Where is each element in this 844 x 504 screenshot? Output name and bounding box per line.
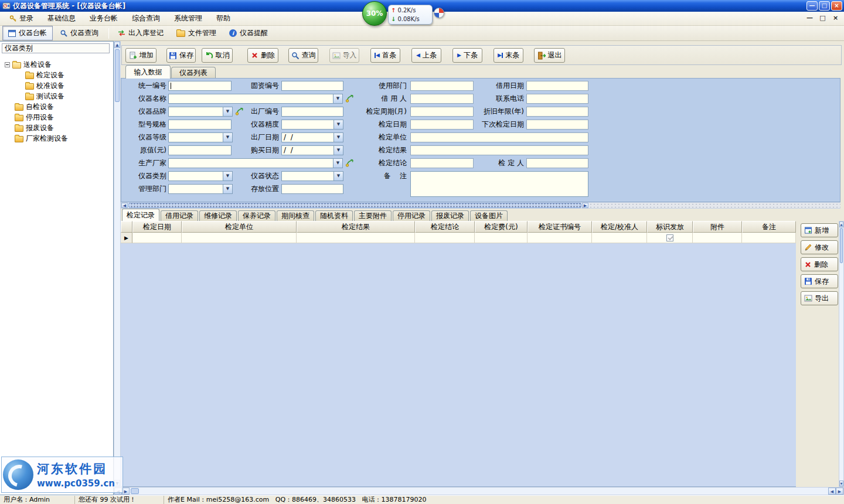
tree-item-scrapped[interactable]: 报废设备	[0, 122, 113, 133]
scroll-left-icon[interactable]: ◀	[121, 203, 128, 208]
tab-input-data[interactable]: 输入数据	[125, 65, 171, 79]
scroll-right-icon[interactable]: ▶	[836, 488, 843, 495]
add-button[interactable]: 增加	[125, 48, 156, 63]
tree-item-calibrate-device[interactable]: 校准设备	[0, 80, 113, 91]
tab-scrap-records[interactable]: 报废记录	[431, 210, 469, 221]
buy-date-picker[interactable]: / /▼	[281, 145, 343, 155]
tab-main-attachments[interactable]: 主要附件	[354, 210, 392, 221]
manage-dept-combo[interactable]: ▼	[168, 184, 233, 194]
chevron-down-icon[interactable]: ▼	[333, 159, 342, 168]
net-speed-widget[interactable]: 30% ↑0.2K/s ↓0.08K/s	[362, 1, 444, 29]
minimize-button[interactable]: —	[806, 1, 818, 11]
delete-button[interactable]: 删除	[247, 48, 278, 63]
cell-verify-date[interactable]	[132, 233, 182, 243]
menu-login[interactable]: 登录	[2, 12, 40, 25]
cell-verifier[interactable]	[592, 233, 647, 243]
tab-stop-records[interactable]: 停用记录	[393, 210, 430, 221]
mdi-restore-button[interactable]: □	[819, 14, 826, 22]
module-tab-inout-register[interactable]: 出入库登记	[112, 26, 169, 40]
floating-ball-icon[interactable]	[434, 8, 444, 18]
grid-empty-area[interactable]	[121, 243, 796, 487]
first-record-button[interactable]: ◀ 首条	[370, 48, 400, 63]
unified-no-input[interactable]	[168, 81, 232, 91]
grid-header-verify-conclusion[interactable]: 检定结论	[415, 221, 475, 233]
menu-system[interactable]: 系统管理	[167, 12, 209, 25]
exit-button[interactable]: 退出	[534, 48, 565, 63]
cell-attachment[interactable]	[693, 233, 742, 243]
grid-header-verifier[interactable]: 检定/校准人	[592, 221, 647, 233]
instrument-name-combo[interactable]: ▼	[168, 94, 343, 104]
grid-edit-button[interactable]: 修改	[801, 240, 838, 254]
menu-query[interactable]: 综合查询	[125, 12, 167, 25]
form-horizontal-scrollbar[interactable]: ◀ ▶	[121, 202, 840, 209]
grade-combo[interactable]: ▼	[168, 132, 233, 142]
bottom-horizontal-scrollbar[interactable]: ◀ ▶ ◀ ▶	[114, 487, 844, 495]
mdi-close-button[interactable]: ×	[832, 14, 839, 22]
cancel-button[interactable]: 取消	[202, 48, 233, 63]
grid-vertical-scrollbar[interactable]: ▲ ▼	[839, 221, 844, 487]
tab-repair-records[interactable]: 维修记录	[199, 210, 237, 221]
scroll-up-icon[interactable]: ▲	[114, 42, 120, 48]
tree-item-stopped[interactable]: 停用设备	[0, 112, 113, 122]
scroll-up-icon[interactable]: ▲	[839, 222, 843, 227]
query-button[interactable]: 查询	[288, 48, 318, 63]
location-input[interactable]	[281, 184, 343, 194]
tree-item-verify-device[interactable]: 检定设备	[0, 70, 113, 80]
grid-save-button[interactable]: 保存	[801, 274, 838, 288]
collapse-minus-icon[interactable]	[5, 62, 10, 67]
cell-verify-conclusion[interactable]	[415, 233, 475, 243]
tree-item-self-inspect[interactable]: 自检设备	[0, 101, 113, 112]
grid-row[interactable]: ▶	[121, 233, 796, 243]
grid-header-verify-result[interactable]: 检定结果	[297, 221, 415, 233]
chevron-down-icon[interactable]: ▼	[223, 107, 232, 116]
cell-verify-fee[interactable]	[475, 233, 528, 243]
module-tab-reminder[interactable]: i 仪器提醒	[223, 26, 274, 40]
factory-no-input[interactable]	[281, 107, 343, 117]
module-tab-file-manage[interactable]: 文件管理	[171, 26, 222, 40]
chevron-down-icon[interactable]: ▼	[333, 133, 343, 142]
menu-business-ledger[interactable]: 业务台帐	[83, 12, 125, 25]
tab-random-docs[interactable]: 随机资料	[315, 210, 353, 221]
chevron-down-icon[interactable]: ▼	[333, 146, 343, 155]
tab-device-photos[interactable]: 设备图片	[470, 210, 508, 221]
scrollbar-thumb[interactable]	[115, 49, 120, 102]
status-combo[interactable]: ▼	[281, 171, 343, 181]
grid-header-verify-fee[interactable]: 检定费(元)	[475, 221, 528, 233]
chevron-down-icon[interactable]: ▼	[333, 120, 343, 129]
label-issued-checkbox[interactable]	[666, 234, 673, 241]
scrollbar-thumb[interactable]	[128, 203, 581, 208]
original-value-input[interactable]	[168, 145, 232, 155]
tree-item-test-device[interactable]: 测试设备	[0, 91, 113, 101]
chevron-down-icon[interactable]: ▼	[223, 133, 232, 142]
cell-verify-result[interactable]	[297, 233, 415, 243]
grid-header-cert-no[interactable]: 检定证书编号	[528, 221, 592, 233]
menu-help[interactable]: 帮助	[209, 12, 237, 25]
precision-combo[interactable]: ▼	[281, 120, 343, 130]
splitter-grip[interactable]	[589, 203, 840, 208]
tab-interim-check[interactable]: 期间核查	[277, 210, 314, 221]
save-button[interactable]: 保存	[166, 48, 196, 63]
grid-header-remark[interactable]: 备注	[742, 221, 796, 233]
cell-cert-no[interactable]	[528, 233, 592, 243]
scroll-left-icon[interactable]: ◀	[828, 488, 836, 495]
grid-add-button[interactable]: 新增	[801, 223, 838, 237]
grid-header-verify-unit[interactable]: 检定单位	[182, 221, 297, 233]
grid-export-button[interactable]: 导出	[801, 291, 838, 305]
chevron-down-icon[interactable]: ▼	[333, 172, 343, 181]
mdi-minimize-button[interactable]: —	[806, 14, 814, 22]
tab-maintain-records[interactable]: 保养记录	[238, 210, 275, 221]
grid-delete-button[interactable]: 删除	[801, 257, 838, 271]
module-tab-instrument-query[interactable]: 仪器查询	[54, 26, 104, 40]
scroll-right-icon[interactable]: ▶	[582, 203, 588, 208]
tree-item-send-inspect[interactable]: 送检设备	[0, 59, 113, 70]
tab-borrow-records[interactable]: 借用记录	[161, 210, 198, 221]
chevron-down-icon[interactable]: ▼	[333, 94, 342, 103]
grid-header-label-issued[interactable]: 标识发放	[647, 221, 693, 233]
maximize-button[interactable]: □	[819, 1, 830, 11]
grid-header-verify-date[interactable]: 检定日期	[132, 221, 182, 233]
manufacturer-combo[interactable]: ▼	[168, 158, 343, 168]
model-input[interactable]	[168, 120, 232, 130]
chevron-down-icon[interactable]: ▼	[223, 172, 232, 181]
factory-date-picker[interactable]: / /▼	[281, 132, 343, 142]
remark-textarea[interactable]	[410, 171, 588, 197]
